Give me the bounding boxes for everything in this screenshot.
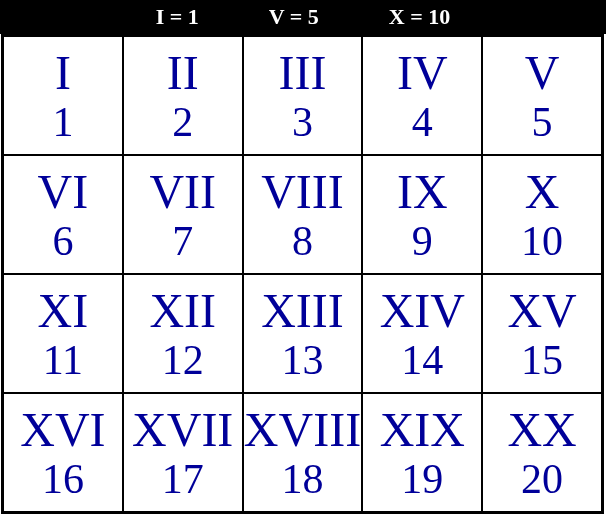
cell-3: III 3 xyxy=(243,36,363,155)
roman-numeral-grid: I 1 II 2 III 3 IV 4 V 5 VI 6 VII 7 VIII … xyxy=(1,34,604,514)
legend-item: X = 10 xyxy=(389,4,450,30)
arabic-numeral: 3 xyxy=(292,101,313,143)
cell-5: V 5 xyxy=(482,36,602,155)
roman-numeral: XIX xyxy=(380,406,465,454)
cell-20: XX 20 xyxy=(482,393,602,512)
arabic-numeral: 20 xyxy=(521,458,563,500)
arabic-numeral: 17 xyxy=(162,458,204,500)
roman-numeral: III xyxy=(279,49,327,97)
arabic-numeral: 8 xyxy=(292,220,313,262)
roman-numeral: XV xyxy=(507,287,576,335)
cell-15: XV 15 xyxy=(482,274,602,393)
roman-numeral: XIV xyxy=(380,287,465,335)
legend-item: I = 1 xyxy=(156,4,199,30)
cell-10: X 10 xyxy=(482,155,602,274)
cell-8: VIII 8 xyxy=(243,155,363,274)
cell-17: XVII 17 xyxy=(123,393,243,512)
cell-16: XVI 16 xyxy=(3,393,123,512)
roman-numeral: I xyxy=(55,49,71,97)
arabic-numeral: 9 xyxy=(412,220,433,262)
roman-numeral: IV xyxy=(397,49,448,97)
cell-9: IX 9 xyxy=(362,155,482,274)
roman-numeral: V xyxy=(525,49,560,97)
cell-14: XIV 14 xyxy=(362,274,482,393)
roman-numeral: IX xyxy=(397,168,448,216)
cell-19: XIX 19 xyxy=(362,393,482,512)
cell-1: I 1 xyxy=(3,36,123,155)
arabic-numeral: 2 xyxy=(172,101,193,143)
arabic-numeral: 11 xyxy=(43,339,83,381)
arabic-numeral: 4 xyxy=(412,101,433,143)
arabic-numeral: 12 xyxy=(162,339,204,381)
roman-numeral: VI xyxy=(38,168,89,216)
arabic-numeral: 5 xyxy=(532,101,553,143)
roman-numeral: XVIII xyxy=(244,406,361,454)
roman-numeral: XVII xyxy=(132,406,233,454)
cell-6: VI 6 xyxy=(3,155,123,274)
arabic-numeral: 13 xyxy=(281,339,323,381)
roman-numeral: X xyxy=(525,168,560,216)
roman-numeral: XIII xyxy=(261,287,344,335)
cell-7: VII 7 xyxy=(123,155,243,274)
arabic-numeral: 14 xyxy=(401,339,443,381)
roman-numeral: XII xyxy=(149,287,216,335)
roman-numeral: VIII xyxy=(261,168,344,216)
cell-2: II 2 xyxy=(123,36,243,155)
arabic-numeral: 7 xyxy=(172,220,193,262)
arabic-numeral: 19 xyxy=(401,458,443,500)
legend-item: V = 5 xyxy=(269,4,319,30)
cell-12: XII 12 xyxy=(123,274,243,393)
cell-13: XIII 13 xyxy=(243,274,363,393)
arabic-numeral: 18 xyxy=(281,458,323,500)
arabic-numeral: 6 xyxy=(52,220,73,262)
cell-18: XVIII 18 xyxy=(243,393,363,512)
cell-4: IV 4 xyxy=(362,36,482,155)
roman-numeral: XI xyxy=(38,287,89,335)
roman-numeral: XX xyxy=(507,406,576,454)
roman-numeral: XVI xyxy=(20,406,105,454)
arabic-numeral: 1 xyxy=(52,101,73,143)
arabic-numeral: 15 xyxy=(521,339,563,381)
arabic-numeral: 16 xyxy=(42,458,84,500)
roman-numeral: II xyxy=(167,49,199,97)
legend-header: I = 1 V = 5 X = 10 xyxy=(0,0,606,34)
cell-11: XI 11 xyxy=(3,274,123,393)
arabic-numeral: 10 xyxy=(521,220,563,262)
roman-numeral: VII xyxy=(149,168,216,216)
